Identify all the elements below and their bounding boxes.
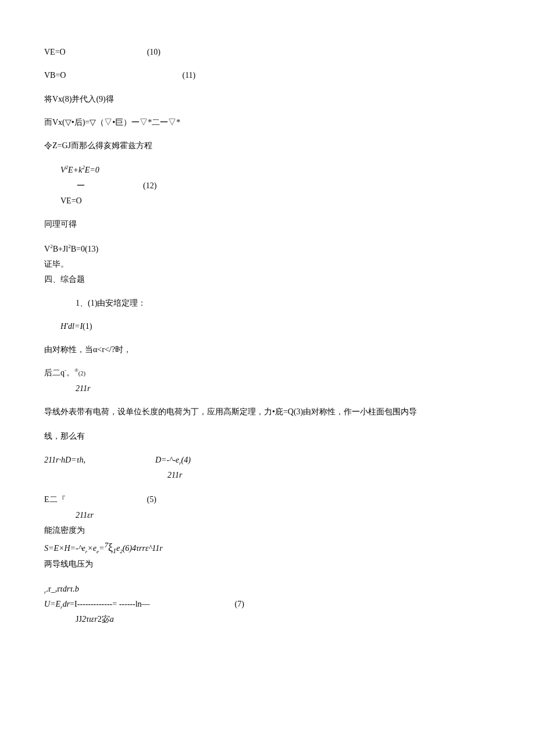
text-voltage: 两导线电压为 <box>44 558 491 570</box>
text-substitute-content: 将Vx(8)并代入(9)得 <box>44 95 114 103</box>
text-similarly-content: 同理可得 <box>44 220 77 228</box>
eq12-num: (12) <box>143 180 156 192</box>
text-gauss-2-content: 线，那么有 <box>44 432 85 440</box>
eq6-g: ξ <box>108 542 113 553</box>
eq2-e: (2) <box>79 370 85 377</box>
eq2-d: ® <box>74 368 79 374</box>
eq6-c: ×e <box>87 544 97 553</box>
equation-10: VE=O(10) <box>44 46 491 58</box>
equation-5-denom: 211εr <box>44 510 491 521</box>
text-helmholtz-intro: 令Z=GJ而那么得亥姆霍兹方程 <box>44 140 491 152</box>
eq1-rhs: (1) <box>83 322 92 331</box>
text-voltage-content: 两导线电压为 <box>44 560 93 568</box>
eq13-a: V <box>44 245 50 253</box>
text-expansion-content: 而Vx(▽•后)=▽（▽•巨）一▽*二一▽* <box>44 118 180 127</box>
eq2-c: 。 <box>66 368 74 377</box>
eqhe-c: E+k <box>68 166 82 174</box>
eq10-num: (10) <box>147 46 160 58</box>
eq13-e: B=0(13) <box>71 245 99 253</box>
equation-7-bottom: JJ2τιεr2宓a <box>44 614 491 625</box>
eq7-a: U=E <box>44 600 60 608</box>
eq7b-d: a <box>110 615 114 624</box>
eq1-lhs: H'dl=I <box>60 322 83 331</box>
eq7-g: ln— <box>135 600 150 608</box>
eq2-denom: 211r <box>76 384 90 393</box>
equation-1: H'dl=I(1) <box>44 321 491 332</box>
equation-2: 后二q-。®(2) <box>44 367 491 379</box>
eq11-lhs: VB=O <box>44 71 66 80</box>
eq12-dash: 一 <box>77 181 85 190</box>
equation-7: U=Erdr=I-------------= ------ln—(7) <box>44 599 491 610</box>
text-expansion: 而Vx(▽•后)=▽（▽•巨）一▽*二一▽* <box>44 117 491 128</box>
equation-11: VB=O(11) <box>44 70 491 81</box>
eq10-lhs: VE=O <box>44 48 66 56</box>
eq13-c: B+Jl <box>53 245 69 253</box>
text-gauss-1: 导线外表带有电荷，设单位长度的电荷为丁，应用高斯定理，力•庇=Q(3)由对称性，… <box>44 406 491 418</box>
text-gauss-2: 线，那么有 <box>44 431 491 442</box>
text-substitute: 将Vx(8)并代入(9)得 <box>44 94 491 105</box>
eq7b-c: 2宓 <box>98 615 110 624</box>
equation-5: E二『(5) <box>44 494 491 506</box>
text-poynting-content: 能流密度为 <box>44 526 85 535</box>
eq7-c: dr <box>63 600 70 608</box>
eq7-d: =I <box>70 600 77 608</box>
eq7b-a: JJ <box>76 615 82 624</box>
equation-6: S=E×H=-^er×ee=7ξ1e2(6)4τrrε^11r <box>44 540 491 555</box>
text-symmetry-1: 由对称性，当α<r</?时， <box>44 344 491 356</box>
equation-helmholtz-e: V2E+k2E=0 <box>44 164 491 176</box>
text-poynting: 能流密度为 <box>44 525 491 536</box>
eq7-h: (7) <box>235 599 244 610</box>
equation-7-top: r.r_,rτdrτ.b <box>44 583 491 595</box>
heading-section-4: 四、综合题 <box>44 274 491 285</box>
eq4-b: D=-^-e <box>155 456 179 464</box>
text-helmholtz-content: 令Z=GJ而那么得亥姆霍兹方程 <box>44 141 152 150</box>
eq4-d: (4) <box>181 456 191 464</box>
eq5-b: (5) <box>147 494 156 506</box>
text-qed-content: 证毕。 <box>44 260 69 268</box>
eq6-k: (6)4τrrε^11r <box>123 544 163 553</box>
eq7t-c: τdrτ.b <box>60 585 79 593</box>
eq7t-b: .r_,r <box>47 585 60 593</box>
eq6-a: S=E×H=-^e <box>44 544 85 553</box>
equation-4-denom: 211r <box>44 470 491 481</box>
eq5-denom: 211εr <box>76 511 94 519</box>
equation-4: 211r·hD=τh,D=-^-er(4) <box>44 454 491 466</box>
eq7b-b: 2τιεr <box>82 615 98 624</box>
text-symmetry-1-content: 由对称性，当α<r</?时， <box>44 345 131 354</box>
eq11-num: (11) <box>182 70 195 81</box>
text-ampere-content: 1、(1)由安培定理： <box>76 299 146 307</box>
eq-ve0: VE=O <box>60 196 82 205</box>
text-ampere-law: 1、(1)由安培定理： <box>44 298 491 309</box>
text-qed: 证毕。 <box>44 259 491 270</box>
text-similarly: 同理可得 <box>44 218 491 230</box>
eqhe-e: E=0 <box>85 166 99 174</box>
eq4-a: 211r·hD=τh, <box>44 456 85 464</box>
eq7-f: = ------ <box>112 600 135 608</box>
eqhe-a: V <box>60 166 66 174</box>
equation-2-denom: 211r <box>44 383 491 395</box>
equation-13: V2B+Jl2B=0(13) <box>44 243 491 255</box>
eq2-a: 后二q <box>44 368 65 377</box>
text-gauss-1-content: 导线外表带有电荷，设单位长度的电荷为丁，应用高斯定理，力•庇=Q(3)由对称性，… <box>44 407 417 416</box>
heading-section-4-content: 四、综合题 <box>44 275 85 284</box>
equation-12-dash: 一(12) <box>44 180 491 192</box>
equation-ve0: VE=O <box>44 195 491 207</box>
eq7-e: ------------- <box>77 600 113 608</box>
eq5-a: E二『 <box>44 495 66 504</box>
eq4-denom: 211r <box>167 471 182 479</box>
